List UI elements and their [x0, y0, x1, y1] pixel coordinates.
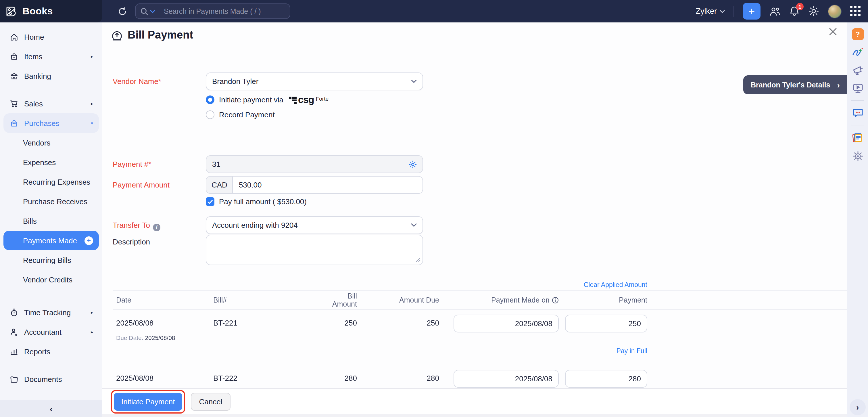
zia-assistant-icon[interactable]	[851, 47, 864, 58]
caret-down-icon: ▾	[91, 120, 93, 126]
sidebar-item-documents[interactable]: Documents	[3, 369, 99, 389]
payment-made-on-input[interactable]	[454, 370, 559, 388]
page-header: Bill Payment	[111, 29, 193, 41]
bill-date: 2025/08/08	[116, 315, 213, 327]
info-icon: i	[153, 224, 160, 231]
chevron-right-icon: ▸	[91, 101, 93, 106]
payment-made-on-input[interactable]	[454, 315, 559, 332]
help-icon[interactable]: ?	[851, 28, 864, 40]
cancel-button[interactable]: Cancel	[191, 392, 230, 410]
clear-applied-amount-link[interactable]: Clear Applied Amount	[584, 281, 647, 288]
vendor-select-value: Brandon Tyler	[212, 77, 258, 86]
search-input[interactable]	[164, 7, 285, 15]
transfer-to-label: Transfer Toi	[113, 221, 160, 231]
sidebar-item-items[interactable]: Items ▸	[3, 47, 99, 66]
notifications-bell-icon[interactable]: 1	[789, 6, 800, 17]
sidebar-label: Recurring Expenses	[23, 177, 90, 186]
col-header-bill-amount: Bill Amount	[322, 292, 357, 308]
expand-chevron-icon[interactable]: ›	[849, 399, 866, 415]
sidebar-label: Reports	[24, 347, 50, 356]
chat-feedback-icon[interactable]	[851, 107, 864, 118]
org-selector[interactable]: Zylker	[696, 7, 725, 16]
video-tutorials-icon[interactable]	[851, 82, 864, 94]
initiate-payment-button[interactable]: Initiate Payment	[114, 392, 182, 410]
sidebar-label: Recurring Bills	[23, 256, 71, 264]
payment-input[interactable]	[565, 370, 647, 388]
vendor-name-label: Vendor Name*	[113, 77, 161, 86]
sidebar-item-recurring-expenses[interactable]: Recurring Expenses	[3, 172, 99, 191]
settings-gear-icon[interactable]	[808, 6, 819, 17]
sidebar-item-expenses[interactable]: Expenses	[3, 152, 99, 172]
sidebar-item-recurring-bills[interactable]: Recurring Bills	[3, 250, 99, 270]
sidebar-label: Expenses	[23, 158, 56, 167]
close-icon[interactable]	[828, 27, 838, 36]
sidebar-label: Accountant	[24, 328, 62, 336]
sidebar-item-payments-made[interactable]: Payments Made +	[3, 231, 99, 250]
sidebar-label: Payments Made	[23, 236, 77, 245]
sidebar-label: Bills	[23, 216, 37, 225]
right-sidebar-strip: ?	[847, 23, 868, 417]
checkbox-checked-icon	[206, 197, 214, 206]
radio-selected-icon	[206, 95, 214, 104]
users-icon[interactable]	[769, 6, 781, 17]
search-scope-chevron-icon[interactable]	[150, 9, 155, 13]
apps-grid-icon[interactable]	[850, 6, 861, 17]
transfer-to-value: Account ending with 9204	[212, 221, 298, 230]
record-payment-radio-label: Record Payment	[219, 111, 275, 119]
sidebar-collapse-button[interactable]: ‹	[0, 400, 102, 417]
global-search[interactable]	[135, 3, 290, 19]
search-icon	[140, 7, 148, 15]
sidebar-item-time-tracking[interactable]: Time Tracking ▸	[3, 302, 99, 322]
folder-icon	[9, 375, 19, 383]
initiate-payment-radio[interactable]: Initiate payment via csg Forte	[206, 95, 329, 105]
resources-docs-icon[interactable]	[851, 132, 864, 144]
home-icon	[9, 32, 19, 41]
radio-unselected-icon	[206, 111, 214, 119]
integrations-gear-icon[interactable]	[851, 150, 864, 162]
payment-number-input[interactable]	[206, 160, 408, 169]
due-date-prefix: Due Date:	[116, 334, 144, 341]
bill-amount: 250	[322, 315, 357, 327]
amount-due: 250	[357, 315, 439, 327]
sidebar-item-banking[interactable]: Banking	[3, 66, 99, 86]
refresh-icon[interactable]	[117, 6, 128, 17]
sidebar-item-purchases[interactable]: Purchases ▾	[3, 113, 99, 133]
sidebar-item-home[interactable]: Home	[3, 27, 99, 47]
payment-input[interactable]	[565, 315, 647, 332]
payment-number-settings-gear-icon[interactable]	[408, 159, 417, 169]
sidebar-item-bills[interactable]: Bills	[3, 211, 99, 231]
accountant-person-icon	[9, 328, 19, 336]
sidebar-item-sales[interactable]: Sales ▸	[3, 94, 99, 113]
chevron-right-icon: ›	[837, 80, 840, 89]
topbar-divider	[734, 5, 734, 17]
logo-area: Books	[0, 0, 102, 23]
vendor-select[interactable]: Brandon Tyler	[206, 72, 423, 90]
sidebar-item-purchase-receives[interactable]: Purchase Receives	[3, 191, 99, 211]
sidebar-label: Vendor Credits	[23, 275, 72, 284]
pay-full-amount-checkbox[interactable]: Pay full amount ( $530.00)	[206, 197, 307, 206]
due-date: 2025/08/08	[145, 334, 175, 341]
sidebar-item-vendors[interactable]: Vendors	[3, 133, 99, 152]
record-payment-radio[interactable]: Record Payment	[206, 111, 275, 119]
sidebar-label: Purchase Receives	[23, 197, 87, 206]
col-header-bill-no: Bill#	[213, 296, 322, 304]
pay-in-full-link[interactable]: Pay in Full	[617, 348, 647, 354]
transfer-to-select[interactable]: Account ending with 9204	[206, 216, 423, 234]
bill-date: 2025/08/08	[116, 370, 213, 383]
bill-amount: 280	[322, 370, 357, 383]
bill-number: BT-221	[213, 315, 322, 327]
sidebar-item-accountant[interactable]: Accountant ▸	[3, 322, 99, 341]
sidebar-label: Sales	[24, 99, 43, 108]
sidebar-item-vendor-credits[interactable]: Vendor Credits	[3, 270, 99, 289]
user-avatar[interactable]	[828, 4, 842, 18]
quick-create-button[interactable]: +	[743, 3, 761, 20]
page-title: Bill Payment	[128, 29, 193, 41]
form-footer: Initiate Payment Cancel	[102, 388, 847, 417]
announcements-megaphone-icon[interactable]	[851, 64, 864, 76]
add-payment-icon[interactable]: +	[85, 236, 93, 245]
vendor-details-button[interactable]: Brandon Tyler's Details ›	[743, 76, 847, 94]
sidebar-item-reports[interactable]: Reports	[3, 341, 99, 361]
description-textarea[interactable]	[206, 235, 423, 265]
description-label: Description	[113, 238, 150, 246]
payment-amount-input[interactable]	[233, 181, 423, 189]
